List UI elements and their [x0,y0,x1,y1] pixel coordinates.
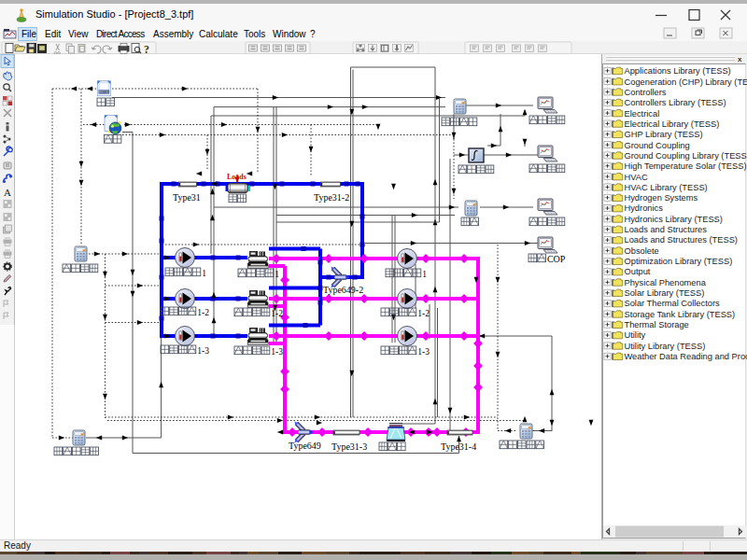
svg-text:Type31: Type31 [173,192,201,203]
svg-text:1-3: 1-3 [197,346,209,356]
svg-text:1-2: 1-2 [197,308,209,317]
svg-text:Type31-2: Type31-2 [314,192,349,203]
svg-text:Controllers: Controllers [625,88,667,97]
svg-text:1: 1 [202,269,206,278]
svg-text:Cogeneration (CHP) Library (TE: Cogeneration (CHP) Library (TESS) [625,77,747,87]
svg-text:Loads and Structures: Loads and Structures [625,225,708,234]
svg-text:Applications Library (TESS): Applications Library (TESS) [625,66,731,76]
svg-text:Loads and Structures (TESS): Loads and Structures (TESS) [625,235,738,245]
svg-text:Thermal Storage: Thermal Storage [625,320,689,329]
svg-text:Type31-3: Type31-3 [331,441,367,452]
svg-text:Ground Coupling Library (TESS): Ground Coupling Library (TESS) [625,151,747,161]
svg-text:1-3: 1-3 [417,347,430,357]
svg-text:Weather Data Reading and Proce: Weather Data Reading and Process [625,352,747,361]
svg-text:?: ? [144,43,149,55]
svg-text:Hydronics: Hydronics [625,203,664,213]
svg-text:Solar Library (TESS): Solar Library (TESS) [625,288,705,298]
svg-text:GHP Library (TESS): GHP Library (TESS) [625,130,703,139]
svg-text:A: A [4,187,11,198]
svg-text:1: 1 [275,270,279,279]
svg-text:Type649-2: Type649-2 [323,285,363,295]
svg-text:Controllers Library (TESS): Controllers Library (TESS) [625,98,726,107]
svg-text:Type31-4: Type31-4 [441,441,476,452]
svg-text:USER: USER [100,91,110,94]
svg-text:Output: Output [625,267,651,276]
svg-text:Electrical Library (TESS): Electrical Library (TESS) [625,119,720,129]
svg-text:Hydrogen Systems: Hydrogen Systems [625,193,698,203]
svg-text:HVAC Library (TESS): HVAC Library (TESS) [625,183,708,192]
svg-text:1: 1 [422,270,427,279]
svg-text:COP: COP [547,254,566,264]
svg-text:HVAC: HVAC [625,173,648,182]
svg-text:High Temperature Solar (TESS): High Temperature Solar (TESS) [625,161,747,171]
svg-text:1-2: 1-2 [271,309,283,318]
svg-text:Optimization Library (TESS): Optimization Library (TESS) [625,257,733,266]
svg-text:Physical Phenomena: Physical Phenomena [625,278,707,287]
svg-text:Utility: Utility [625,330,646,340]
svg-text:Obsolete: Obsolete [625,246,659,256]
svg-text:Hydronics Library (TESS): Hydronics Library (TESS) [625,215,723,224]
svg-text:1-3: 1-3 [271,347,283,357]
svg-text:Type649: Type649 [289,441,321,451]
svg-text:Storage Tank Library (TESS): Storage Tank Library (TESS) [625,310,736,319]
svg-text:Electrical: Electrical [625,109,660,119]
svg-text:Ground Coupling: Ground Coupling [625,141,690,150]
svg-text:Solar Thermal Collectors: Solar Thermal Collectors [625,299,720,308]
svg-text:1-2: 1-2 [417,309,430,318]
svg-text:Utility Library (TESS): Utility Library (TESS) [625,342,706,351]
